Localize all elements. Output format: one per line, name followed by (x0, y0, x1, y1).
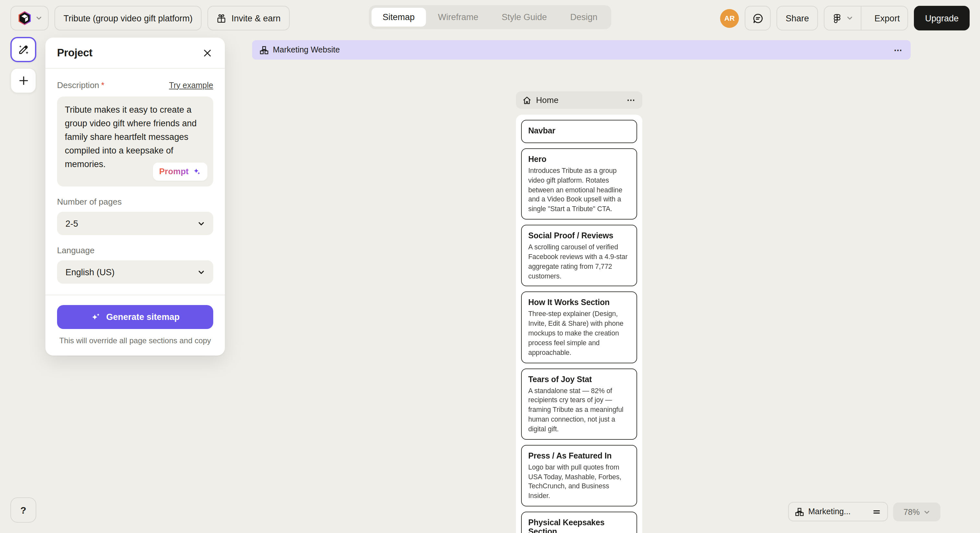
section-card[interactable]: Hero Introduces Tribute as a group video… (521, 148, 637, 219)
chevron-down-icon (198, 268, 205, 276)
project-panel-header: Project (45, 38, 225, 69)
section-card[interactable]: Social Proof / Reviews A scrolling carou… (521, 225, 637, 287)
section-description: A standalone stat — 82% of recipients cr… (528, 385, 630, 434)
pages-select[interactable]: 2-5 (57, 212, 213, 235)
zoom-control[interactable]: 78% (893, 503, 940, 521)
section-title: Hero (528, 155, 630, 164)
upgrade-label: Upgrade (925, 13, 959, 23)
zoom-value: 78% (904, 508, 920, 517)
question-mark-icon: ? (21, 504, 26, 516)
add-page-button[interactable] (10, 68, 36, 93)
section-title: Tears of Joy Stat (528, 374, 630, 384)
chevron-down-icon (36, 15, 42, 21)
section-title: Navbar (528, 126, 630, 135)
current-view-pill[interactable]: Marketing... (788, 502, 888, 521)
canvas-tool-rail (10, 37, 36, 93)
share-label: Share (786, 13, 809, 23)
page-sections: Navbar Hero Introduces Tribute as a grou… (516, 115, 642, 533)
tab-sitemap[interactable]: Sitemap (371, 8, 425, 27)
sitemap-icon (795, 508, 804, 516)
prompt-button[interactable]: Prompt (153, 163, 207, 181)
header-left-group: Tribute (group video gift platform) Invi… (10, 6, 290, 30)
section-description: Three-step explainer (Design, Invite, Ed… (528, 309, 630, 357)
home-page-label: Home (536, 95, 558, 105)
export-split-button: Export (824, 6, 908, 30)
export-button[interactable]: Export (867, 6, 907, 30)
section-title: Physical Keepsakes Section (528, 518, 630, 533)
top-toolbar: Tribute (group video gift platform) Invi… (0, 0, 980, 36)
website-group-bar[interactable]: Marketing Website ⋯ (252, 40, 911, 60)
current-view-label: Marketing... (808, 507, 851, 516)
tab-design[interactable]: Design (559, 8, 609, 27)
close-icon[interactable] (202, 47, 213, 59)
language-select[interactable]: English (US) (57, 260, 213, 284)
description-textarea[interactable]: Tribute makes it easy to create a group … (57, 97, 213, 187)
description-text: Tribute makes it easy to create a group … (65, 105, 197, 169)
header-right-group: AR Share (720, 6, 970, 30)
home-page-node: Home ⋯ Navbar Hero Introduces Tribute as… (516, 91, 642, 533)
upgrade-button[interactable]: Upgrade (914, 6, 970, 30)
project-panel: Project Description* Try example Tribute… (45, 38, 225, 355)
pages-label: Number of pages (57, 197, 213, 206)
comments-button[interactable] (745, 6, 771, 30)
plus-icon (18, 75, 29, 86)
panel-title: Project (57, 47, 92, 59)
website-group-label: Marketing Website (273, 45, 340, 54)
project-panel-footer: Generate sitemap This will override all … (45, 295, 225, 355)
description-label: Description* (57, 80, 104, 90)
home-page-header[interactable]: Home ⋯ (516, 91, 642, 109)
description-label-row: Description* Try example (57, 80, 213, 90)
generate-footnote: This will override all page sections and… (57, 336, 213, 345)
chevron-down-icon (924, 509, 930, 515)
gift-icon (216, 13, 226, 23)
mode-tabbar: Sitemap Wireframe Style Guide Design (369, 5, 611, 29)
section-title: Press / As Featured In (528, 451, 630, 460)
section-card[interactable]: Navbar (521, 120, 637, 143)
tab-wireframe[interactable]: Wireframe (427, 8, 489, 27)
sparkle-icon (192, 167, 201, 176)
app-menu-button[interactable] (10, 6, 49, 30)
project-name-label: Tribute (group video gift platform) (64, 13, 192, 23)
language-label: Language (57, 246, 213, 255)
chevron-down-icon (198, 220, 205, 227)
language-value: English (US) (65, 267, 115, 277)
pages-value: 2-5 (65, 219, 78, 228)
home-page-menu-button[interactable]: ⋯ (627, 96, 636, 104)
section-description: Logo bar with pull quotes from USA Today… (528, 462, 630, 501)
list-toggle-icon[interactable] (872, 508, 881, 516)
section-description: Introduces Tribute as a group video gift… (528, 166, 630, 214)
help-button[interactable]: ? (10, 497, 36, 523)
chevron-down-icon (846, 15, 853, 21)
invite-earn-label: Invite & earn (231, 13, 281, 23)
export-target-dropdown[interactable] (824, 6, 861, 30)
home-icon (522, 95, 531, 105)
section-card[interactable]: Tears of Joy Stat A standalone stat — 82… (521, 368, 637, 439)
project-panel-body: Description* Try example Tribute makes i… (45, 69, 225, 284)
user-avatar[interactable]: AR (720, 9, 739, 27)
ai-edit-tool-button[interactable] (10, 37, 36, 62)
tab-style-guide[interactable]: Style Guide (491, 8, 558, 27)
share-button[interactable]: Share (776, 6, 818, 30)
section-card[interactable]: How It Works Section Three-step explaine… (521, 292, 637, 363)
figma-icon (832, 13, 842, 23)
required-asterisk: * (101, 80, 104, 90)
app-window: Tribute (group video gift platform) Invi… (0, 0, 980, 533)
section-card[interactable]: Press / As Featured In Logo bar with pul… (521, 444, 637, 506)
sitemap-icon (260, 46, 268, 54)
generate-sitemap-label: Generate sitemap (106, 312, 180, 322)
generate-sitemap-button[interactable]: Generate sitemap (57, 305, 213, 329)
try-example-link[interactable]: Try example (169, 81, 213, 90)
magic-pencil-icon (17, 43, 30, 56)
prompt-label: Prompt (159, 165, 189, 178)
sparkles-icon (91, 312, 101, 322)
project-name-button[interactable]: Tribute (group video gift platform) (54, 6, 202, 30)
section-title: Social Proof / Reviews (528, 231, 630, 240)
invite-earn-button[interactable]: Invite & earn (207, 6, 290, 30)
app-logo-icon (17, 10, 32, 26)
section-title: How It Works Section (528, 298, 630, 307)
website-group-menu-button[interactable]: ⋯ (894, 46, 903, 54)
comment-icon (752, 13, 763, 24)
section-card[interactable]: Physical Keepsakes Section Promotes all … (521, 512, 637, 533)
export-label: Export (874, 13, 900, 23)
section-description: A scrolling carousel of verified Faceboo… (528, 242, 630, 281)
